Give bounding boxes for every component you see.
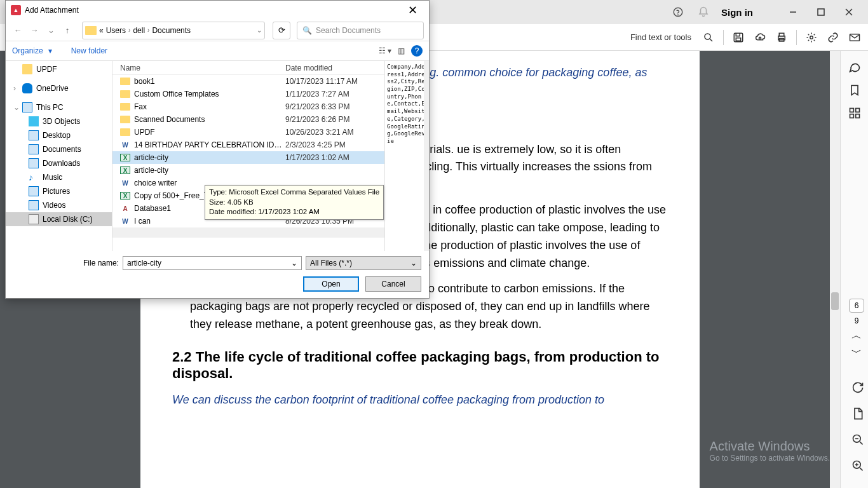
organize-row: Organize ▾ New folder ☷ ▾ ▥ ? — [6, 41, 429, 60]
chevron-down-icon[interactable]: ⌄ — [291, 259, 297, 268]
tooltip-line: Date modified: 1/17/2023 1:02 AM — [209, 207, 379, 217]
mail-icon[interactable] — [848, 30, 862, 44]
zoom-out-icon[interactable] — [851, 433, 864, 448]
dropdown-arrow-icon[interactable]: ▾ — [48, 46, 52, 55]
find-text-label[interactable]: Find text or tools — [630, 32, 691, 42]
file-row[interactable]: Custom Office Templates1/11/2023 7:27 AM — [112, 88, 384, 100]
chevron-down-icon[interactable]: ⌄ — [257, 27, 262, 34]
help-icon[interactable] — [670, 4, 686, 20]
file-row[interactable]: Scanned Documents9/21/2023 6:26 PM — [112, 113, 384, 126]
tree-item-music[interactable]: ♪Music — [6, 170, 112, 184]
watermark-title: Activate Windows — [710, 439, 830, 454]
save-icon[interactable] — [731, 30, 745, 44]
refresh-icon[interactable] — [851, 381, 864, 396]
file-row[interactable]: book110/17/2023 11:17 AM — [112, 75, 384, 88]
close-icon[interactable] — [835, 3, 863, 22]
back-icon[interactable]: ← — [11, 24, 25, 37]
tree-item-desktop[interactable]: Desktop — [6, 128, 112, 142]
file-row[interactable]: article-city1/17/2023 1:02 AM — [112, 151, 384, 164]
file-date: 9/21/2023 6:26 PM — [285, 115, 349, 124]
dialog-title: Add Attachment — [25, 6, 79, 15]
file-name: UPDF — [134, 128, 285, 137]
file-row[interactable]: 14 BIRTHDAY PARTY CELEBRATION IDEAS...2/… — [112, 139, 384, 151]
file-name: Scanned Documents — [134, 115, 285, 124]
file-list[interactable]: Name Date modified book110/17/2023 11:17… — [112, 61, 384, 251]
print-icon[interactable] — [775, 30, 789, 44]
cloud-icon[interactable] — [753, 30, 767, 44]
view-large-icon[interactable]: ☷ ▾ — [379, 46, 391, 55]
filename-label: File name: — [83, 259, 119, 268]
search-icon[interactable] — [702, 30, 715, 44]
word-icon — [120, 179, 130, 187]
tree-item-onedrive[interactable]: ›OneDrive — [6, 81, 112, 95]
file-type-filter[interactable]: All Files (*.*) ⌄ — [306, 256, 421, 270]
page-current[interactable]: 6 — [849, 299, 864, 313]
svg-line-7 — [710, 39, 712, 41]
folder-icon — [85, 26, 97, 35]
svg-line-20 — [860, 442, 862, 444]
history-dropdown-icon[interactable]: ⌄ — [44, 24, 58, 37]
scroll-thumb[interactable] — [831, 292, 839, 310]
link-icon[interactable] — [826, 30, 840, 44]
chevron-down-icon[interactable]: ⌄ — [13, 103, 18, 112]
col-name[interactable]: Name — [120, 64, 285, 72]
folder-icon — [120, 116, 130, 123]
file-row[interactable]: article-city — [112, 164, 384, 177]
breadcrumb-item[interactable]: Users — [106, 26, 126, 35]
body-paragraph: We can discuss the carbon footprint of t… — [172, 391, 668, 409]
chevron-up-icon[interactable]: ︿ — [851, 329, 862, 342]
tree-item-downloads[interactable]: Downloads — [6, 156, 112, 170]
file-name: article-city — [134, 153, 285, 162]
dialog-close-icon[interactable]: ✕ — [401, 3, 424, 17]
folder-icon — [120, 128, 130, 136]
dialog-bottom: File name: article-city ⌄ All Files (*.*… — [6, 251, 429, 297]
zoom-in-icon[interactable] — [851, 459, 864, 474]
file-row[interactable]: Fax9/21/2023 6:33 PM — [112, 100, 384, 113]
bookmark-icon[interactable] — [847, 83, 862, 98]
cancel-button[interactable]: Cancel — [365, 276, 421, 292]
vertical-scrollbar[interactable] — [830, 51, 840, 488]
tree-item-videos[interactable]: Videos — [6, 198, 112, 212]
tree-item-3d[interactable]: 3D Objects — [6, 114, 112, 128]
breadcrumb-item[interactable]: dell — [133, 26, 145, 35]
file-header[interactable]: Name Date modified — [112, 61, 384, 75]
organize-menu[interactable]: Organize — [12, 46, 43, 55]
page-other: 9 — [855, 316, 859, 325]
filename-input[interactable]: article-city ⌄ — [123, 256, 302, 270]
chevron-down-icon[interactable]: ﹀ — [851, 346, 862, 360]
svg-point-6 — [705, 34, 710, 39]
excel-icon — [120, 154, 130, 161]
tree-item-thispc[interactable]: ⌄This PC — [6, 100, 112, 114]
bell-icon[interactable] — [696, 4, 711, 20]
comment-icon[interactable] — [847, 60, 862, 75]
ai-icon[interactable] — [804, 30, 818, 44]
search-input[interactable]: 🔍 Search Documents — [297, 22, 424, 39]
folder-tree: UPDF ›OneDrive ⌄This PC 3D Objects Deskt… — [6, 61, 112, 251]
refresh-icon[interactable]: ⟳ — [273, 22, 290, 39]
breadcrumb-item[interactable]: Documents — [152, 26, 191, 35]
tree-item-documents[interactable]: Documents — [6, 142, 112, 156]
horizontal-scrollbar[interactable] — [112, 227, 384, 238]
tree-item-updf[interactable]: UPDF — [6, 62, 112, 76]
col-date[interactable]: Date modified — [285, 64, 332, 72]
new-folder-button[interactable]: New folder — [71, 46, 107, 55]
minimize-icon[interactable] — [779, 3, 807, 22]
preview-pane-icon[interactable]: ▥ — [398, 46, 405, 55]
open-button[interactable]: Open — [303, 276, 359, 292]
tree-item-pictures[interactable]: Pictures — [6, 184, 112, 198]
help-icon[interactable]: ? — [411, 45, 423, 57]
file-tooltip: Type: Microsoft Excel Comma Separated Va… — [205, 185, 384, 220]
breadcrumb-box[interactable]: « Users › dell › Documents ⌄ — [82, 22, 265, 39]
chevron-down-icon[interactable]: ⌄ — [410, 259, 417, 268]
file-row[interactable]: UPDF10/26/2023 3:21 AM — [112, 126, 384, 139]
svg-point-13 — [810, 36, 813, 39]
up-icon[interactable]: ↑ — [60, 24, 74, 37]
file-name: book1 — [134, 77, 285, 86]
grid-icon[interactable] — [847, 105, 862, 121]
file-icon[interactable] — [851, 407, 864, 422]
sign-in-link[interactable]: Sign in — [721, 7, 753, 18]
chevron-right-icon[interactable]: › — [13, 84, 18, 93]
maximize-icon[interactable] — [807, 3, 835, 22]
tooltip-line: Type: Microsoft Excel Comma Separated Va… — [209, 187, 379, 198]
tree-item-localc[interactable]: Local Disk (C:) — [6, 212, 112, 226]
